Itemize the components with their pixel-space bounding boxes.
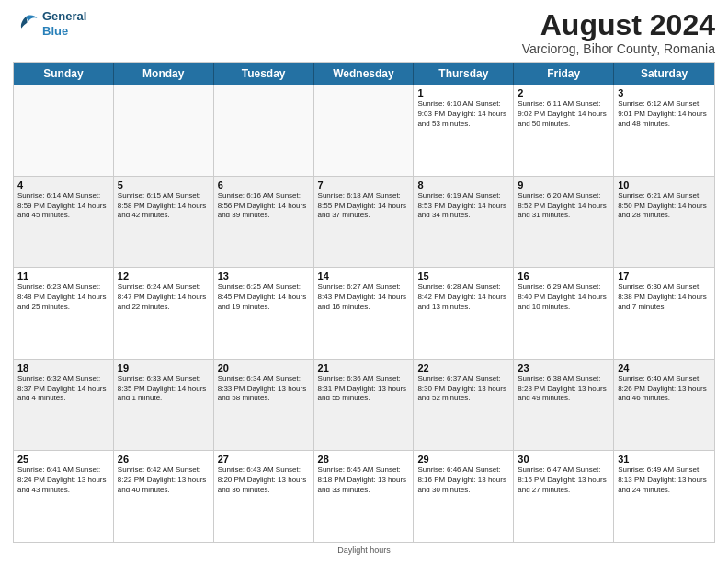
footer-note: Daylight hours [13,543,715,556]
day-info: Sunrise: 6:46 AM Sunset: 8:16 PM Dayligh… [417,465,509,495]
cal-cell: 16Sunrise: 6:29 AM Sunset: 8:40 PM Dayli… [514,268,614,359]
day-number: 22 [417,362,509,373]
logo-icon [13,11,39,37]
cal-cell: 25Sunrise: 6:41 AM Sunset: 8:24 PM Dayli… [14,451,114,542]
cal-cell: 20Sunrise: 6:34 AM Sunset: 8:33 PM Dayli… [214,360,314,451]
cal-cell: 23Sunrise: 6:38 AM Sunset: 8:28 PM Dayli… [514,360,614,451]
cal-cell: 2Sunrise: 6:11 AM Sunset: 9:02 PM Daylig… [514,85,614,176]
day-info: Sunrise: 6:42 AM Sunset: 8:22 PM Dayligh… [118,465,210,495]
cal-cell: 7Sunrise: 6:18 AM Sunset: 8:55 PM Daylig… [314,177,415,268]
logo-text: General Blue [42,9,86,38]
day-number: 5 [118,179,210,190]
day-number: 21 [318,362,410,373]
cal-cell: 13Sunrise: 6:25 AM Sunset: 8:45 PM Dayli… [214,268,314,359]
cal-cell: 11Sunrise: 6:23 AM Sunset: 8:48 PM Dayli… [14,268,114,359]
cal-header-cell: Sunday [14,63,114,85]
day-number: 9 [518,179,609,190]
cal-cell: 29Sunrise: 6:46 AM Sunset: 8:16 PM Dayli… [414,451,514,542]
day-number: 3 [618,87,711,98]
cal-cell: 18Sunrise: 6:32 AM Sunset: 8:37 PM Dayli… [14,360,114,451]
main-title: August 2024 [522,9,715,41]
day-info: Sunrise: 6:43 AM Sunset: 8:20 PM Dayligh… [218,465,310,495]
cal-cell: 19Sunrise: 6:33 AM Sunset: 8:35 PM Dayli… [114,360,214,451]
cal-cell: 3Sunrise: 6:12 AM Sunset: 9:01 PM Daylig… [614,85,714,176]
day-info: Sunrise: 6:32 AM Sunset: 8:37 PM Dayligh… [17,374,109,404]
cal-cell [214,85,314,176]
cal-cell [14,85,114,176]
cal-week: 25Sunrise: 6:41 AM Sunset: 8:24 PM Dayli… [14,451,714,542]
cal-cell: 1Sunrise: 6:10 AM Sunset: 9:03 PM Daylig… [414,85,514,176]
day-info: Sunrise: 6:21 AM Sunset: 8:50 PM Dayligh… [618,191,711,221]
day-info: Sunrise: 6:27 AM Sunset: 8:43 PM Dayligh… [318,282,410,312]
day-info: Sunrise: 6:24 AM Sunset: 8:47 PM Dayligh… [118,282,210,312]
day-info: Sunrise: 6:36 AM Sunset: 8:31 PM Dayligh… [318,374,410,404]
logo-line1: General [42,9,86,24]
day-info: Sunrise: 6:15 AM Sunset: 8:58 PM Dayligh… [118,191,210,221]
cal-cell [114,85,214,176]
day-info: Sunrise: 6:38 AM Sunset: 8:28 PM Dayligh… [518,374,609,404]
day-number: 12 [118,270,210,282]
day-number: 28 [318,454,410,465]
day-number: 15 [417,270,509,282]
day-info: Sunrise: 6:37 AM Sunset: 8:30 PM Dayligh… [417,374,509,404]
day-number: 20 [218,362,310,373]
day-info: Sunrise: 6:30 AM Sunset: 8:38 PM Dayligh… [618,282,711,312]
day-info: Sunrise: 6:40 AM Sunset: 8:26 PM Dayligh… [618,374,711,404]
day-info: Sunrise: 6:25 AM Sunset: 8:45 PM Dayligh… [218,282,310,312]
calendar: SundayMondayTuesdayWednesdayThursdayFrid… [13,62,715,543]
day-number: 31 [618,454,711,465]
cal-cell: 17Sunrise: 6:30 AM Sunset: 8:38 PM Dayli… [614,268,714,359]
svg-rect-0 [13,11,39,37]
cal-cell: 21Sunrise: 6:36 AM Sunset: 8:31 PM Dayli… [314,360,415,451]
day-info: Sunrise: 6:11 AM Sunset: 9:02 PM Dayligh… [518,99,609,129]
day-number: 25 [17,454,109,465]
day-number: 13 [218,270,310,282]
cal-cell [314,85,415,176]
cal-header-cell: Monday [114,63,214,85]
day-number: 14 [318,270,410,282]
header: General Blue August 2024 Varciorog, Biho… [13,9,715,56]
cal-header-cell: Wednesday [314,63,415,85]
subtitle: Varciorog, Bihor County, Romania [522,41,715,56]
day-number: 4 [17,179,109,190]
calendar-body: 1Sunrise: 6:10 AM Sunset: 9:03 PM Daylig… [14,85,714,542]
cal-week: 4Sunrise: 6:14 AM Sunset: 8:59 PM Daylig… [14,177,714,269]
day-number: 19 [118,362,210,373]
day-number: 8 [417,179,509,190]
cal-header-cell: Thursday [414,63,514,85]
page: General Blue August 2024 Varciorog, Biho… [0,0,728,563]
day-info: Sunrise: 6:12 AM Sunset: 9:01 PM Dayligh… [618,99,711,129]
cal-cell: 5Sunrise: 6:15 AM Sunset: 8:58 PM Daylig… [114,177,214,268]
day-info: Sunrise: 6:19 AM Sunset: 8:53 PM Dayligh… [417,191,509,221]
cal-cell: 6Sunrise: 6:16 AM Sunset: 8:56 PM Daylig… [214,177,314,268]
cal-cell: 28Sunrise: 6:45 AM Sunset: 8:18 PM Dayli… [314,451,415,542]
cal-header-cell: Friday [514,63,614,85]
cal-cell: 31Sunrise: 6:49 AM Sunset: 8:13 PM Dayli… [614,451,714,542]
day-number: 29 [417,454,509,465]
cal-header-cell: Tuesday [214,63,314,85]
day-info: Sunrise: 6:20 AM Sunset: 8:52 PM Dayligh… [518,191,609,221]
cal-week: 11Sunrise: 6:23 AM Sunset: 8:48 PM Dayli… [14,268,714,360]
calendar-header-row: SundayMondayTuesdayWednesdayThursdayFrid… [14,63,714,85]
day-info: Sunrise: 6:29 AM Sunset: 8:40 PM Dayligh… [518,282,609,312]
day-info: Sunrise: 6:10 AM Sunset: 9:03 PM Dayligh… [417,99,509,129]
day-info: Sunrise: 6:14 AM Sunset: 8:59 PM Dayligh… [17,191,109,221]
cal-cell: 22Sunrise: 6:37 AM Sunset: 8:30 PM Dayli… [414,360,514,451]
day-number: 23 [518,362,609,373]
cal-cell: 15Sunrise: 6:28 AM Sunset: 8:42 PM Dayli… [414,268,514,359]
cal-week: 18Sunrise: 6:32 AM Sunset: 8:37 PM Dayli… [14,360,714,452]
day-info: Sunrise: 6:23 AM Sunset: 8:48 PM Dayligh… [17,282,109,312]
day-info: Sunrise: 6:33 AM Sunset: 8:35 PM Dayligh… [118,374,210,404]
day-info: Sunrise: 6:34 AM Sunset: 8:33 PM Dayligh… [218,374,310,404]
cal-cell: 24Sunrise: 6:40 AM Sunset: 8:26 PM Dayli… [614,360,714,451]
cal-cell: 12Sunrise: 6:24 AM Sunset: 8:47 PM Dayli… [114,268,214,359]
day-info: Sunrise: 6:16 AM Sunset: 8:56 PM Dayligh… [218,191,310,221]
logo: General Blue [13,9,86,38]
cal-header-cell: Saturday [614,63,714,85]
day-number: 7 [318,179,410,190]
cal-cell: 26Sunrise: 6:42 AM Sunset: 8:22 PM Dayli… [114,451,214,542]
day-number: 17 [618,270,711,282]
day-info: Sunrise: 6:28 AM Sunset: 8:42 PM Dayligh… [417,282,509,312]
day-info: Sunrise: 6:47 AM Sunset: 8:15 PM Dayligh… [518,465,609,495]
day-number: 10 [618,179,711,190]
